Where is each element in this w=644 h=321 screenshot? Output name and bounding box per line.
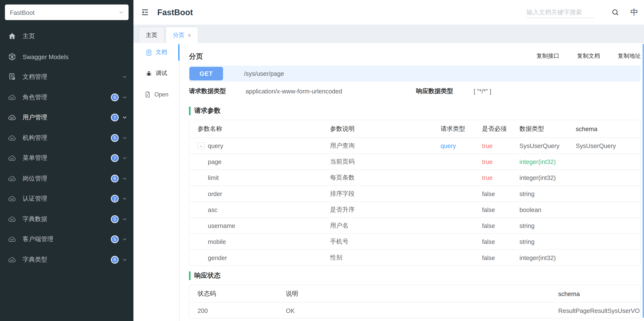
param-required: true xyxy=(482,158,520,165)
doc-main: 分页 复制接口复制文档复制地址 GET /sys/user/page 请求数据类… xyxy=(180,43,644,321)
param-name: page xyxy=(190,158,330,165)
data-type-link[interactable]: integer(int32) xyxy=(520,158,556,165)
chevron-down-icon xyxy=(122,136,127,140)
param-required: false xyxy=(482,190,520,197)
sidebar-item-label: Swagger Models xyxy=(22,53,127,60)
svg-text:API: API xyxy=(10,219,14,221)
param-required: false xyxy=(482,222,520,229)
sidebar-item-2[interactable]: 文档管理 xyxy=(0,67,134,87)
param-row: page 当前页码 true integer(int32) xyxy=(190,153,640,169)
sidebar-item-8[interactable]: API 认证管理 2 xyxy=(0,188,134,209)
svg-text:API: API xyxy=(10,137,14,140)
count-badge: 6 xyxy=(111,175,119,182)
params-header-row: 参数名称参数说明 请求类型是否必须 数据类型schema xyxy=(190,120,640,137)
search-input[interactable] xyxy=(526,6,595,18)
chevron-down-icon xyxy=(122,237,127,242)
svg-text:API: API xyxy=(10,259,14,261)
param-desc: 用户名 xyxy=(330,222,440,229)
svg-text:API: API xyxy=(10,158,14,160)
project-select[interactable]: FastBoot xyxy=(5,4,128,20)
close-icon[interactable]: × xyxy=(188,32,191,38)
param-desc: 排序字段 xyxy=(330,190,440,197)
chevron-down-icon xyxy=(122,75,127,79)
app-root: FastBoot 主页 Swagger Models 文档管理 API 角色管理… xyxy=(0,0,644,321)
models-cube-icon xyxy=(8,52,16,61)
tab-label: 分页 xyxy=(173,31,184,39)
param-name: username xyxy=(190,222,330,229)
chevron-down-icon xyxy=(122,176,127,181)
response-status-table: 状态码说明schema 200 OK ResultPageResultSysUs… xyxy=(189,285,640,319)
sidebar-item-label: 文档管理 xyxy=(22,73,122,81)
chevron-down-icon xyxy=(119,10,124,15)
vertical-scrollbar[interactable] xyxy=(643,44,644,318)
response-type-label: 响应数据类型 xyxy=(416,87,453,95)
param-required: true xyxy=(482,142,520,149)
sidebar-item-3[interactable]: API 角色管理 6 xyxy=(0,87,134,107)
param-row: limit 每页条数 true integer(int32) xyxy=(190,169,640,185)
status-schema: ResultPageResultSysUserVO xyxy=(558,307,640,314)
param-data-type: string xyxy=(520,238,576,245)
sidebar-item-7[interactable]: API 岗位管理 6 xyxy=(0,168,134,188)
document-icon xyxy=(146,49,152,56)
doc-nav-item-0[interactable]: 文档 xyxy=(134,44,179,61)
param-name: asc xyxy=(190,206,330,213)
collapse-toggle[interactable]: - xyxy=(198,142,204,149)
param-desc: 手机号 xyxy=(330,238,440,246)
doc-nav-item-2[interactable]: Open xyxy=(134,86,179,102)
param-name: order xyxy=(190,190,330,197)
api-cloud-icon: API xyxy=(8,255,16,264)
sidebar-item-label: 认证管理 xyxy=(22,195,111,203)
doc-manage-icon xyxy=(8,73,16,81)
sidebar-item-10[interactable]: API 客户端管理 5 xyxy=(0,229,134,250)
sidebar-item-11[interactable]: API 字典类型 6 xyxy=(0,250,134,270)
collapse-sidebar-icon[interactable] xyxy=(140,8,150,17)
sidebar-item-1[interactable]: Swagger Models xyxy=(0,46,134,67)
param-row: order 排序字段 false string xyxy=(190,185,640,201)
copy-action-0[interactable]: 复制接口 xyxy=(536,52,559,60)
tab-0[interactable]: 主页 xyxy=(138,27,165,43)
param-req-type: query xyxy=(440,142,482,149)
language-toggle[interactable]: 中 xyxy=(630,7,638,18)
param-name: limit xyxy=(190,174,330,181)
endpoint-path: /sys/user/page xyxy=(244,70,284,77)
svg-text:API: API xyxy=(10,97,14,99)
sidebar-item-5[interactable]: API 机构管理 5 xyxy=(0,128,134,148)
chevron-down-icon xyxy=(122,257,127,262)
sidebar-item-9[interactable]: API 字典数据 5 xyxy=(0,209,134,229)
doc-nav-label: Open xyxy=(154,91,168,98)
sidebar-item-label: 客户端管理 xyxy=(22,235,111,243)
param-required: true xyxy=(482,174,520,181)
response-type-value: [ "*/*" ] xyxy=(474,88,491,95)
copy-action-2[interactable]: 复制地址 xyxy=(618,52,640,60)
http-method-badge: GET xyxy=(190,67,223,80)
content-types-row: 请求数据类型 application/x-www-form-urlencoded… xyxy=(189,84,640,98)
sidebar-item-6[interactable]: API 菜单管理 7 xyxy=(0,148,134,168)
doc-nav-item-1[interactable]: 调试 xyxy=(134,65,179,82)
doc-side-nav: 文档 调试 Open xyxy=(134,43,180,321)
tab-label: 主页 xyxy=(146,31,157,39)
section-accent-bar xyxy=(189,271,190,280)
active-indicator xyxy=(178,44,180,61)
top-navbar: FastBoot 中 xyxy=(134,0,644,24)
request-type-label: 请求数据类型 xyxy=(189,87,226,95)
response-status-title: 响应状态 xyxy=(194,271,220,280)
count-badge: 6 xyxy=(111,256,119,264)
tab-1[interactable]: 分页 × xyxy=(166,27,198,43)
request-params-section-head: 请求参数 xyxy=(189,106,640,115)
param-row: mobile 手机号 false string xyxy=(190,233,640,249)
sidebar-item-0[interactable]: 主页 xyxy=(0,26,134,46)
status-row: 200 OK ResultPageResultSysUserVO xyxy=(190,302,640,318)
param-row: gender 性别 false integer(int32) xyxy=(190,249,640,265)
req-type-link[interactable]: query xyxy=(440,142,456,149)
copy-action-1[interactable]: 复制文档 xyxy=(577,52,600,60)
svg-text:API: API xyxy=(10,178,14,180)
param-data-type: string xyxy=(520,190,576,197)
param-required: false xyxy=(482,254,520,261)
param-data-type: SysUserQuery xyxy=(520,142,576,149)
param-desc: 当前页码 xyxy=(330,158,440,165)
request-params-table: 参数名称参数说明 请求类型是否必须 数据类型schema -query 用户查询… xyxy=(189,120,640,266)
sidebar-item-4[interactable]: API 用户管理 7 xyxy=(0,108,134,128)
search-icon[interactable] xyxy=(611,8,620,16)
svg-text:API: API xyxy=(10,117,14,119)
count-badge: 5 xyxy=(111,134,119,142)
